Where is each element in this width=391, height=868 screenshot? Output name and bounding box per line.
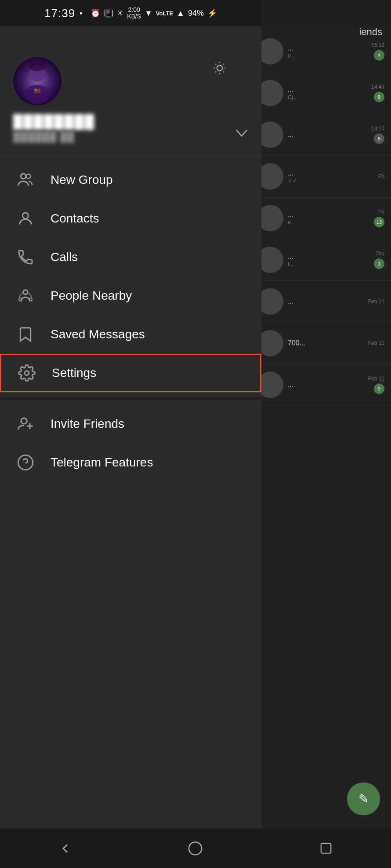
invite-friends-label: Invite Friends xyxy=(51,417,124,431)
invite-friends-icon xyxy=(13,412,37,436)
svg-point-22 xyxy=(21,418,27,424)
svg-line-3 xyxy=(215,64,216,65)
status-dot: • xyxy=(80,8,83,18)
avatar[interactable] xyxy=(13,57,62,105)
chat-item-bg: ... ✓✓ Fri xyxy=(250,156,391,197)
chat-item-bg: ... Cj... 14:45 9 xyxy=(250,72,391,114)
saved-messages-icon xyxy=(13,323,37,347)
navigation-drawer: 17:39 • ⏰ 📳 ✳ 2:00KB/S ▼ VoLTE ▲ 94% xyxy=(0,0,261,868)
svg-point-19 xyxy=(19,298,22,301)
svg-point-16 xyxy=(26,174,30,179)
svg-line-4 xyxy=(223,72,224,72)
chat-item-bg: ... Feb 11 xyxy=(250,281,391,323)
recents-button[interactable] xyxy=(308,831,344,866)
chat-background: iends ... o... 15:12 4 ... Cj... xyxy=(250,0,391,868)
brightness-icon[interactable] xyxy=(213,61,226,78)
svg-point-12 xyxy=(29,61,46,71)
svg-point-18 xyxy=(23,290,28,294)
svg-point-15 xyxy=(21,174,26,179)
menu-item-people-nearby[interactable]: People Nearby xyxy=(0,276,261,315)
charging-icon: ⚡ xyxy=(207,8,217,18)
contacts-label: Contacts xyxy=(51,212,99,226)
telegram-features-icon xyxy=(13,451,37,475)
calls-icon xyxy=(13,245,37,269)
bluetooth-icon: ✳ xyxy=(117,8,123,18)
calls-label: Calls xyxy=(51,250,78,264)
svg-point-0 xyxy=(217,65,223,71)
status-time: 17:39 xyxy=(44,7,75,20)
menu-item-new-group[interactable]: New Group xyxy=(0,161,261,199)
data-speed: 2:00KB/S xyxy=(127,7,141,20)
svg-point-11 xyxy=(25,85,50,104)
chat-item-bg: ... 14:10 5 xyxy=(250,114,391,156)
menu-item-settings[interactable]: Settings xyxy=(0,354,261,392)
back-button[interactable] xyxy=(47,831,83,866)
vibrate-icon: 📳 xyxy=(104,8,113,18)
navigation-bar xyxy=(0,829,391,868)
contacts-icon xyxy=(13,207,37,231)
chat-item-bg: ... e... Fri 13 xyxy=(250,197,391,239)
profile-section[interactable]: ████████ ██████ ██ xyxy=(0,26,261,156)
telegram-features-label: Telegram Features xyxy=(51,456,153,470)
signal-icon: ▲ xyxy=(177,9,185,18)
compose-fab[interactable]: ✎ xyxy=(347,782,380,815)
svg-point-20 xyxy=(29,298,32,301)
main-container: iends ... o... 15:12 4 ... Cj... xyxy=(0,0,391,868)
svg-point-17 xyxy=(22,213,28,219)
new-group-label: New Group xyxy=(51,173,113,187)
chat-list-bg: ... o... 15:12 4 ... Cj... 14:45 9 xyxy=(250,26,391,410)
svg-rect-14 xyxy=(34,89,37,91)
volte-icon: VoLTE xyxy=(156,10,173,17)
menu-item-calls[interactable]: Calls xyxy=(0,238,261,276)
svg-point-21 xyxy=(25,371,29,375)
avatar-image xyxy=(13,57,62,105)
svg-line-8 xyxy=(223,64,224,65)
profile-chevron-icon[interactable] xyxy=(235,126,248,140)
settings-label: Settings xyxy=(52,366,96,380)
chat-item-bg: ... t... Thu 1 xyxy=(250,239,391,281)
people-nearby-icon xyxy=(13,284,37,308)
section-divider xyxy=(0,397,261,400)
group-icon xyxy=(13,168,37,192)
status-bar: 17:39 • ⏰ 📳 ✳ 2:00KB/S ▼ VoLTE ▲ 94% xyxy=(0,0,261,26)
menu-list: New Group Contacts Ca xyxy=(0,156,261,397)
menu-item-saved-messages[interactable]: Saved Messages xyxy=(0,315,261,354)
people-nearby-label: People Nearby xyxy=(51,289,132,303)
home-button[interactable] xyxy=(178,831,213,866)
menu-item-telegram-features[interactable]: Telegram Features xyxy=(0,443,261,482)
svg-point-25 xyxy=(18,455,33,470)
chat-item-bg: ... Feb 11 9 xyxy=(250,364,391,406)
profile-phone: ██████ ██ xyxy=(13,131,248,143)
battery-level: 94% xyxy=(188,9,204,18)
menu-item-invite-friends[interactable]: Invite Friends xyxy=(0,405,261,443)
chat-header-bg xyxy=(250,0,391,26)
chat-info-bg: ... o... xyxy=(288,44,371,59)
chat-item-bg: 700... Feb 11 xyxy=(250,323,391,364)
settings-icon xyxy=(14,361,39,385)
friends-label: iends xyxy=(359,26,382,38)
wifi-icon: ▼ xyxy=(145,9,152,18)
saved-messages-label: Saved Messages xyxy=(51,327,145,341)
bottom-menu-list: Invite Friends Telegram Features xyxy=(0,400,261,486)
profile-name: ████████ xyxy=(13,114,248,129)
menu-item-contacts[interactable]: Contacts xyxy=(0,199,261,238)
alarm-icon: ⏰ xyxy=(91,8,100,18)
status-icons: ⏰ 📳 ✳ 2:00KB/S ▼ VoLTE ▲ 94% ⚡ xyxy=(91,7,217,20)
svg-line-7 xyxy=(215,72,216,72)
svg-point-27 xyxy=(189,842,202,854)
svg-rect-28 xyxy=(321,843,331,854)
chat-meta-bg: 15:12 4 xyxy=(371,42,384,61)
